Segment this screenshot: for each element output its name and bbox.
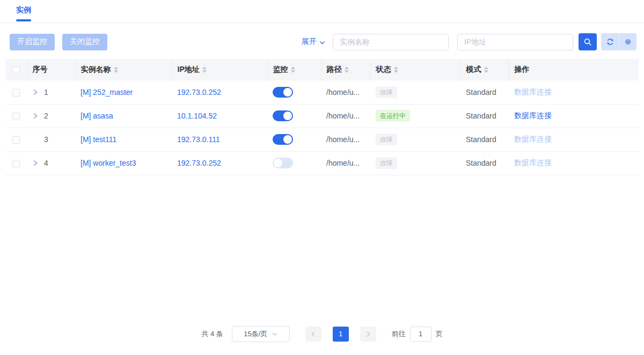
row-index: 3 xyxy=(44,135,48,144)
toolbar: 开启监控 关闭监控 展开 xyxy=(0,23,644,59)
monitor-toggle[interactable] xyxy=(273,87,293,98)
sort-icon[interactable] xyxy=(484,66,488,73)
chevron-down-icon xyxy=(272,331,277,337)
sort-icon[interactable] xyxy=(114,66,118,73)
monitor-toggle[interactable] xyxy=(273,158,293,168)
gear-icon xyxy=(624,38,632,46)
instance-table: 序号 实例名称 IP地址 监控 路径 状态 模式 操作 1 [M] 252_ma… xyxy=(5,59,639,175)
db-connect-link[interactable]: 数据库连接 xyxy=(514,87,552,96)
tab-instance[interactable]: 实例 xyxy=(16,0,31,23)
status-badge: 在运行中 xyxy=(376,110,410,122)
goto-page-group: 前往 页 xyxy=(392,327,443,342)
goto-label: 前往 xyxy=(392,329,406,339)
instance-name-input[interactable] xyxy=(333,34,449,50)
instance-table-wrap: 序号 实例名称 IP地址 监控 路径 状态 模式 操作 1 [M] 252_ma… xyxy=(0,59,644,175)
ip-address-link[interactable]: 192.73.0.111 xyxy=(177,135,220,144)
search-icon xyxy=(583,38,592,46)
status-badge: 故障 xyxy=(376,86,397,98)
tab-instance-label: 实例 xyxy=(16,5,31,14)
settings-button[interactable] xyxy=(619,33,636,50)
select-all-checkbox[interactable] xyxy=(12,66,20,74)
instance-name-link[interactable]: [M] test111 xyxy=(80,135,116,144)
search-button[interactable] xyxy=(579,33,597,50)
row-checkbox[interactable] xyxy=(12,113,20,120)
row-checkbox[interactable] xyxy=(12,136,20,144)
table-row: 4 [M] worker_test3 192.73.0.252 /home/u.… xyxy=(5,151,639,175)
expand-row-icon[interactable] xyxy=(32,89,42,95)
column-header-monitor[interactable]: 监控 xyxy=(267,59,321,80)
expand-filters-label: 展开 xyxy=(302,37,317,47)
path-text: /home/u... xyxy=(326,112,360,120)
prev-page-button[interactable] xyxy=(305,327,321,342)
pagination-bar: 共 4 条 15条/页 1 前往 页 xyxy=(0,326,644,342)
instance-name-link[interactable]: [M] asasa xyxy=(80,112,113,120)
ip-address-link[interactable]: 192.73.0.252 xyxy=(177,159,221,167)
sort-icon[interactable] xyxy=(394,66,398,73)
mode-text: Standard xyxy=(466,135,496,144)
db-connect-link[interactable]: 数据库连接 xyxy=(514,135,552,143)
goto-page-input[interactable] xyxy=(410,327,431,342)
close-monitor-button[interactable]: 关闭监控 xyxy=(62,34,107,50)
monitor-toggle[interactable] xyxy=(273,110,293,121)
open-monitor-button[interactable]: 开启监控 xyxy=(10,34,55,50)
page-unit-label: 页 xyxy=(436,329,443,339)
instance-name-link[interactable]: [M] worker_test3 xyxy=(80,159,136,167)
tab-active-indicator xyxy=(16,19,31,21)
next-page-button[interactable] xyxy=(360,327,376,342)
path-text: /home/u... xyxy=(326,159,360,167)
db-connect-link[interactable]: 数据库连接 xyxy=(514,158,552,167)
table-row: 1 [M] 252_master 192.73.0.252 /home/u...… xyxy=(5,80,639,104)
row-index: 2 xyxy=(44,112,48,120)
page-size-select[interactable]: 15条/页 xyxy=(232,326,290,342)
column-header-index: 序号 xyxy=(27,59,75,80)
ip-address-link[interactable]: 192.73.0.252 xyxy=(177,88,221,97)
mode-text: Standard xyxy=(466,112,496,120)
column-header-status[interactable]: 状态 xyxy=(370,59,460,80)
row-index: 1 xyxy=(44,88,48,97)
path-text: /home/u... xyxy=(326,88,360,97)
refresh-button[interactable] xyxy=(601,33,619,50)
toolbar-filters: 展开 xyxy=(302,33,636,50)
sort-icon[interactable] xyxy=(291,66,295,73)
tab-bar: 实例 xyxy=(0,0,644,23)
table-header-row: 序号 实例名称 IP地址 监控 路径 状态 模式 操作 xyxy=(5,59,639,80)
sort-icon[interactable] xyxy=(345,66,349,73)
page-number-button[interactable]: 1 xyxy=(333,327,349,342)
status-badge: 故障 xyxy=(376,134,397,145)
db-connect-link[interactable]: 数据库连接 xyxy=(514,111,552,120)
page-size-value: 15条/页 xyxy=(244,329,267,339)
ip-address-input[interactable] xyxy=(457,34,573,50)
ip-address-link[interactable]: 10.1.104.52 xyxy=(177,112,217,120)
column-header-name[interactable]: 实例名称 xyxy=(75,59,172,80)
mode-text: Standard xyxy=(466,88,496,97)
path-text: /home/u... xyxy=(326,135,360,144)
refresh-icon xyxy=(606,38,614,46)
column-header-action: 操作 xyxy=(509,59,639,80)
expand-filters-link[interactable]: 展开 xyxy=(302,37,325,47)
row-index: 4 xyxy=(44,159,48,167)
sort-icon[interactable] xyxy=(202,66,207,73)
column-header-mode[interactable]: 模式 xyxy=(460,59,509,80)
chevron-left-icon xyxy=(311,331,316,337)
chevron-down-icon xyxy=(319,40,325,46)
chevron-right-icon xyxy=(365,331,371,337)
table-row: 2 [M] asasa 10.1.104.52 /home/u... 在运行中 … xyxy=(5,104,639,128)
column-header-ip[interactable]: IP地址 xyxy=(172,59,267,80)
status-badge: 故障 xyxy=(376,157,397,169)
expand-row-icon[interactable] xyxy=(32,113,42,119)
table-tool-group xyxy=(601,33,636,50)
column-header-path[interactable]: 路径 xyxy=(321,59,370,80)
instance-name-link[interactable]: [M] 252_master xyxy=(80,88,133,97)
row-checkbox[interactable] xyxy=(12,89,20,97)
expand-row-icon[interactable] xyxy=(32,160,42,166)
row-checkbox[interactable] xyxy=(12,160,20,167)
mode-text: Standard xyxy=(466,159,496,167)
table-row: 3 [M] test111 192.73.0.111 /home/u... 故障… xyxy=(5,128,639,151)
total-count-label: 共 4 条 xyxy=(201,329,223,339)
monitor-toggle[interactable] xyxy=(273,134,293,145)
